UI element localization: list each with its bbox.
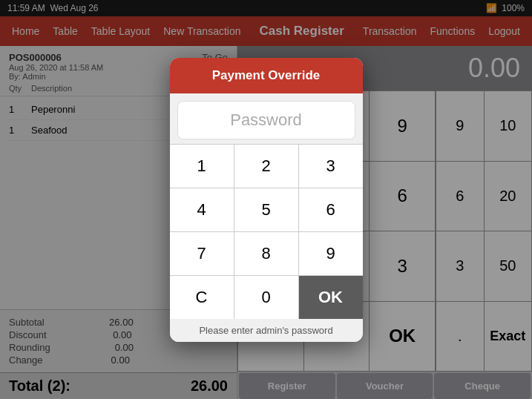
payment-override-modal: Payment Override Password 1 2 3 4 5 6 7 … bbox=[170, 58, 363, 342]
modal-key-0[interactable]: 0 bbox=[234, 276, 298, 319]
modal-key-6[interactable]: 6 bbox=[299, 188, 363, 231]
modal-key-3[interactable]: 3 bbox=[299, 145, 363, 188]
modal-key-5[interactable]: 5 bbox=[234, 188, 298, 231]
modal-key-9[interactable]: 9 bbox=[299, 232, 363, 275]
modal-key-1[interactable]: 1 bbox=[170, 145, 234, 188]
modal-key-ok[interactable]: OK bbox=[299, 276, 363, 319]
modal-password-field[interactable]: Password bbox=[177, 101, 355, 139]
modal-key-4[interactable]: 4 bbox=[170, 188, 234, 231]
modal-numpad: 1 2 3 4 5 6 7 8 9 C 0 OK bbox=[170, 144, 363, 319]
modal-key-7[interactable]: 7 bbox=[170, 232, 234, 275]
modal-key-c[interactable]: C bbox=[170, 276, 234, 319]
modal-key-8[interactable]: 8 bbox=[234, 232, 298, 275]
modal-overlay: Payment Override Password 1 2 3 4 5 6 7 … bbox=[0, 0, 532, 399]
modal-message: Please enter admin's password bbox=[170, 319, 363, 342]
modal-key-2[interactable]: 2 bbox=[234, 145, 298, 188]
modal-title: Payment Override bbox=[170, 58, 363, 93]
